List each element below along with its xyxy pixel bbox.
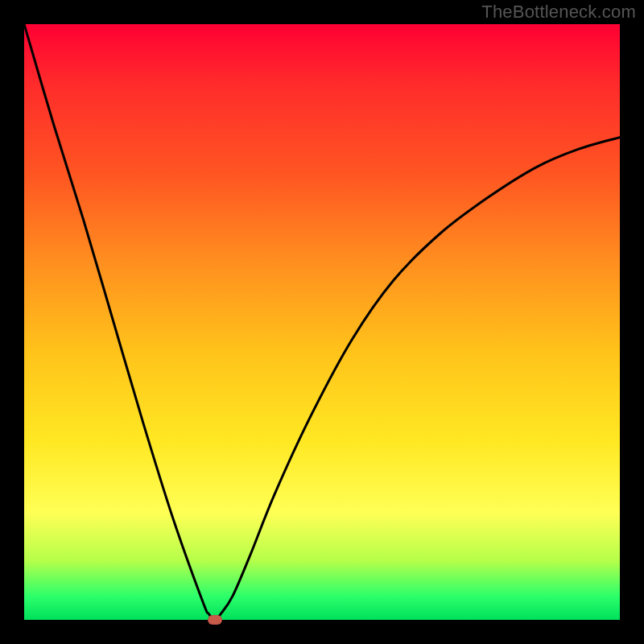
watermark-text: TheBottleneck.com: [481, 2, 636, 23]
chart-frame: TheBottleneck.com: [0, 0, 644, 644]
curve-svg: [24, 24, 620, 620]
plot-area: [24, 24, 620, 620]
bottleneck-curve: [24, 24, 620, 620]
optimum-marker: [208, 615, 222, 625]
